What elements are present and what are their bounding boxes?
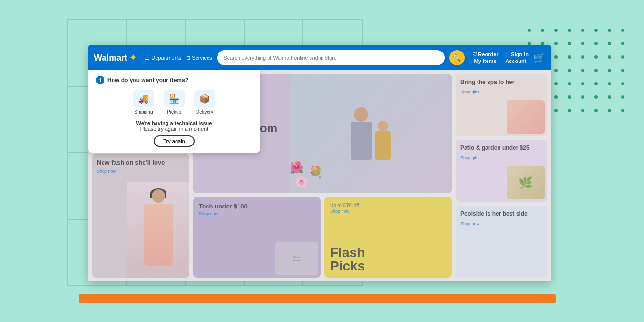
flash-picks-card: Up to 65% off Shop now FlashPicks — [324, 197, 452, 278]
browser-window: Walmart ✦ ☰ Departments ⊞ Services 🔍 ♡ R… — [88, 45, 551, 281]
shipping-option[interactable]: 🚚 Shipping — [133, 90, 154, 114]
dot — [594, 109, 598, 112]
dot — [594, 42, 598, 45]
model-head — [152, 189, 165, 203]
dot — [608, 109, 611, 112]
shop-fashion-link[interactable]: Shop now — [97, 169, 185, 174]
cart-icon: 🛒 — [533, 52, 545, 63]
patio-title: Patio & garden under $25 — [460, 145, 542, 151]
try-again-button[interactable]: Try again — [154, 135, 194, 147]
center-bottom-row: Tech under $100 Shop now SmartDisplay Up… — [193, 197, 452, 278]
spa-title: Bring the spa to her — [460, 79, 542, 85]
dot — [554, 29, 558, 32]
search-button[interactable]: 🔍 — [449, 50, 465, 65]
dot — [554, 109, 558, 112]
grid-icon: ⊞ — [186, 55, 190, 61]
services-button[interactable]: ⊞ Services — [186, 55, 212, 61]
dot — [608, 82, 611, 85]
dot — [554, 95, 558, 99]
shop-patio-link[interactable]: Shop gifts — [460, 156, 479, 160]
cart-button[interactable]: 🛒 — [533, 52, 545, 63]
mom-image: 🌸 💐 🌺 — [290, 74, 452, 193]
shop-tech-link[interactable]: Shop now — [199, 211, 315, 216]
shipping-icon: 🚚 — [133, 90, 154, 107]
spa-card: Bring the spa to her Shop gifts — [456, 74, 547, 136]
mom-figure — [351, 107, 372, 160]
dot — [621, 95, 624, 99]
shop-poolside-link[interactable]: Shop now — [460, 221, 479, 226]
reorder-button[interactable]: ♡ ReorderMy Items — [472, 51, 499, 65]
modal-header: ℹ How do you want your items? — [96, 76, 252, 84]
shop-flash-link[interactable]: Shop now — [330, 209, 446, 214]
flower-icon-3: 🌺 — [290, 161, 304, 174]
search-icon: 🔍 — [453, 54, 461, 62]
delivery-icon: 📦 — [194, 90, 215, 107]
dot — [568, 55, 571, 59]
flash-subtitle: Up to 65% off — [330, 203, 446, 208]
fashion-title: New fashion she'll love — [97, 159, 185, 167]
right-column: Bring the spa to her Shop gifts Patio & … — [456, 70, 551, 281]
spa-product-image — [507, 100, 545, 134]
patio-card: Patio & garden under $25 Shop gifts 🌿 — [456, 140, 547, 202]
dot — [621, 109, 624, 112]
walmart-logo[interactable]: Walmart ✦ — [94, 52, 136, 63]
mom-body — [351, 122, 372, 160]
dot — [554, 82, 558, 85]
pickup-option[interactable]: 🏪 Pickup — [164, 90, 185, 114]
departments-button[interactable]: ☰ Departments — [145, 55, 181, 61]
dot — [621, 29, 624, 32]
tech-title: Tech under $100 — [199, 203, 315, 210]
search-input[interactable] — [217, 50, 445, 65]
dot — [554, 55, 558, 59]
dot — [581, 42, 584, 45]
dot — [621, 82, 624, 85]
dot — [541, 29, 544, 32]
mom-head — [354, 107, 368, 122]
account-button[interactable]: 👤 Sign InAccount — [503, 51, 529, 65]
dot — [621, 42, 624, 45]
dot — [608, 55, 611, 59]
dot — [568, 42, 571, 45]
nav-right-actions: ♡ ReorderMy Items 👤 Sign InAccount 🛒 — [472, 51, 545, 65]
fashion-card: New fashion she'll love Shop now — [92, 154, 189, 278]
orange-accent-bar — [79, 294, 556, 303]
child-head — [378, 121, 388, 131]
dot — [608, 95, 611, 99]
dot — [581, 109, 584, 112]
poolside-card: Poolside is her best side Shop now — [456, 206, 547, 278]
dot — [581, 69, 584, 72]
dot — [608, 29, 611, 32]
dot — [621, 69, 624, 72]
dot — [568, 29, 571, 32]
tech-card: Tech under $100 Shop now SmartDisplay — [193, 197, 321, 278]
shipping-label: Shipping — [135, 109, 153, 114]
dot — [568, 69, 571, 72]
dot — [621, 55, 624, 59]
shop-spa-link[interactable]: Shop gifts — [460, 90, 479, 94]
model-figure — [139, 187, 177, 278]
dot — [554, 69, 558, 72]
issue-subtitle: Please try again in a moment — [140, 126, 208, 132]
reorder-label: ReorderMy Items — [474, 52, 499, 64]
poolside-title: Poolside is her best side — [460, 210, 542, 217]
dot — [568, 95, 571, 99]
delivery-options: 🚚 Shipping 🏪 Pickup 📦 Delivery — [96, 90, 252, 114]
delivery-modal: ℹ How do you want your items? 🚚 Shipping… — [88, 70, 260, 153]
model-dress — [144, 204, 173, 266]
delivery-option[interactable]: 📦 Delivery — [194, 90, 215, 114]
dot — [581, 82, 584, 85]
patio-product-image: 🌿 — [507, 166, 545, 199]
dot — [541, 42, 544, 45]
fashion-model-image — [127, 182, 189, 278]
walmart-wordmark: Walmart — [94, 53, 127, 63]
pickup-label: Pickup — [167, 109, 181, 114]
child-body — [375, 131, 391, 160]
services-label: Services — [192, 55, 212, 61]
flower-icon: 🌸 — [294, 175, 309, 188]
technical-issue-message: We're having a technical issue Please tr… — [96, 120, 252, 132]
dot — [594, 95, 598, 99]
flash-title: FlashPicks — [330, 246, 365, 273]
dot — [581, 95, 584, 99]
info-icon: ℹ — [96, 76, 104, 84]
modal-header-text: How do you want your items? — [107, 77, 188, 83]
